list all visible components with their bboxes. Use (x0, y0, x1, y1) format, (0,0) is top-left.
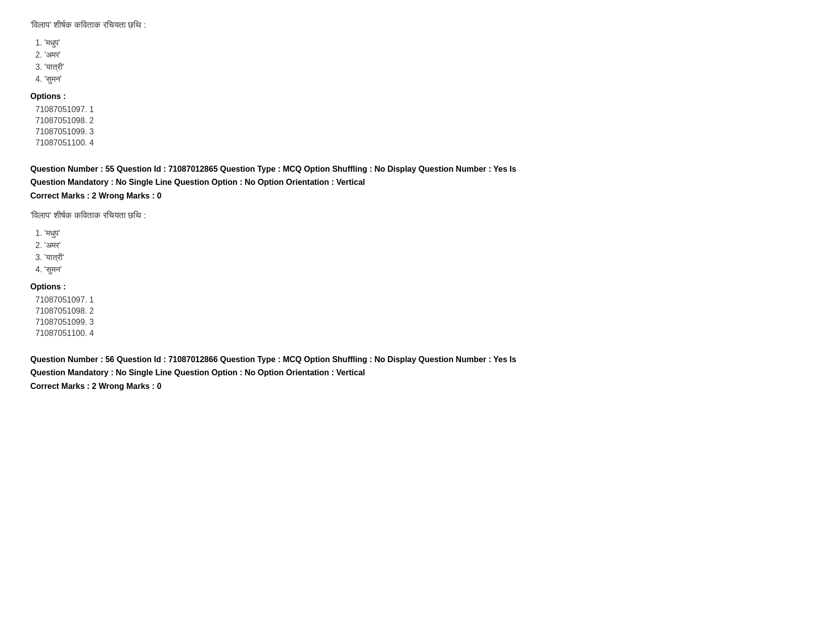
top-section: 'विलाप' शीर्षक कविताक रचियता छथि : 1. 'म… (30, 20, 804, 147)
q55-options-label: Options : (30, 282, 804, 291)
question-55-block: Question Number : 55 Question Id : 71087… (30, 163, 804, 338)
q55-option-codes: 71087051097. 1 71087051098. 2 7108705109… (30, 295, 804, 338)
q56-meta-line1: Question Number : 56 Question Id : 71087… (30, 355, 516, 364)
top-option-2: 2. 'अमर' (35, 51, 804, 60)
top-option-3: 3. 'यात्री' (35, 63, 804, 72)
q55-meta-line1: Question Number : 55 Question Id : 71087… (30, 165, 516, 173)
q55-code-1: 71087051097. 1 (35, 295, 804, 305)
top-option-1: 1. 'मधुप' (35, 38, 804, 47)
top-options-label: Options : (30, 92, 804, 101)
q55-correct-marks: Correct Marks : 2 Wrong Marks : 0 (30, 191, 804, 201)
question-56-block: Question Number : 56 Question Id : 71087… (30, 353, 804, 391)
q55-code-3: 71087051099. 3 (35, 318, 804, 327)
q55-option-4: 4. 'सुमन' (35, 265, 804, 274)
q55-code-4: 71087051100. 4 (35, 329, 804, 338)
top-option-4: 4. 'सुमन' (35, 75, 804, 84)
q56-meta: Question Number : 56 Question Id : 71087… (30, 353, 804, 379)
top-option-codes: 71087051097. 1 71087051098. 2 7108705109… (30, 105, 804, 147)
top-options-list: 1. 'मधुप' 2. 'अमर' 3. 'यात्री' 4. 'सुमन' (30, 38, 804, 84)
q56-correct-marks: Correct Marks : 2 Wrong Marks : 0 (30, 382, 804, 391)
top-code-3: 71087051099. 3 (35, 127, 804, 136)
q55-options-list: 1. 'मधुप' 2. 'अमर' 3. 'यात्री' 4. 'सुमन' (30, 229, 804, 274)
q55-option-2: 2. 'अमर' (35, 241, 804, 250)
q55-meta: Question Number : 55 Question Id : 71087… (30, 163, 804, 188)
q56-meta-line2: Question Mandatory : No Single Line Ques… (30, 368, 365, 377)
q55-meta-line2: Question Mandatory : No Single Line Ques… (30, 178, 365, 186)
top-code-4: 71087051100. 4 (35, 138, 804, 147)
top-code-2: 71087051098. 2 (35, 116, 804, 125)
q55-option-3: 3. 'यात्री' (35, 253, 804, 262)
top-code-1: 71087051097. 1 (35, 105, 804, 114)
q55-code-2: 71087051098. 2 (35, 307, 804, 316)
q55-question-text: 'विलाप' शीर्षक कविताक रचियता छथि : (30, 211, 804, 221)
q55-option-1: 1. 'मधुप' (35, 229, 804, 238)
top-question-text: 'विलाप' शीर्षक कविताक रचियता छथि : (30, 20, 804, 30)
